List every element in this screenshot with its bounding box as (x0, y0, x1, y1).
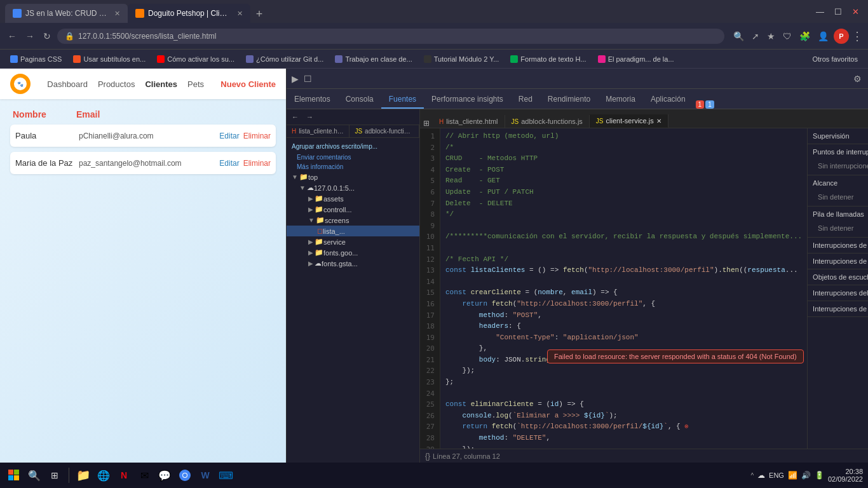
code-tab-adblock[interactable]: JS adblock-functions.js (505, 115, 590, 128)
taskbar-search[interactable]: 🔍 (25, 466, 43, 484)
account-icon[interactable]: 👤 (815, 29, 831, 44)
scope-header[interactable]: Alcance ▼ (808, 175, 868, 191)
bookmark-tutorial[interactable]: Tutorial Módulo 2 Y... (419, 54, 505, 64)
code-tab-lista[interactable]: H lista_cliente.html (433, 115, 505, 128)
start-button[interactable] (5, 466, 23, 484)
star-icon[interactable]: ★ (764, 29, 778, 44)
tree-more-info[interactable]: Más información (287, 162, 419, 172)
files-tab-adblock[interactable]: JS adblock-functions.js (349, 125, 419, 137)
tree-service[interactable]: ▶ 📁 service (287, 236, 419, 247)
tree-group-header[interactable]: Agrupar archivos escrito/imp... (287, 140, 419, 152)
code-tab-close-3[interactable]: ✕ (656, 118, 661, 125)
tab-memoria[interactable]: Memoria (598, 91, 643, 109)
taskbar-word[interactable]: W (196, 466, 214, 484)
bookmark-more[interactable]: Otros favoritos (807, 54, 863, 64)
html-icon: H (292, 128, 296, 135)
bookmark-activar[interactable]: Cómo activar los su... (152, 54, 240, 64)
exceptions-header[interactable]: Interrupciones de los incumplimientos ▶ (808, 301, 868, 316)
nav-dashboard[interactable]: Dashboard (47, 79, 88, 89)
tab2-close[interactable]: ✕ (237, 10, 243, 18)
cloud-systray-icon[interactable]: ☁ (757, 471, 765, 480)
bookmark-git[interactable]: ¿Cómo utilizar Git d... (241, 54, 329, 64)
search-icon[interactable]: 🔍 (731, 29, 747, 44)
wifi-icon[interactable]: 📶 (788, 471, 797, 480)
sidebar-toggle[interactable]: ⊞ (420, 119, 433, 128)
tree-top-folder[interactable]: ▼ 📁 top (287, 172, 419, 182)
breakpoints-header[interactable]: Puntos de interrupción ▼ (808, 144, 868, 159)
listener-header[interactable]: Interrupciones del objeto de escucha ▶ (808, 285, 868, 301)
row2-edit-button[interactable]: Editar (219, 159, 239, 168)
bookmark-formato[interactable]: Formato de texto H... (505, 54, 591, 64)
main-content: 🐾 Dashboard Productos Clientes Pets Nuev… (0, 69, 868, 463)
browser-tab-1[interactable]: JS en la Web: CRUD con JavaScri... ✕ (5, 4, 128, 23)
nav-productos[interactable]: Productos (98, 79, 135, 89)
new-tab-button[interactable]: + (250, 5, 268, 23)
tab-red[interactable]: Red (511, 91, 540, 109)
puzzle-icon[interactable]: 🧩 (797, 29, 813, 44)
row2-delete-button[interactable]: Eliminar (243, 159, 271, 168)
inspect-icon[interactable]: ▶ (289, 71, 301, 86)
files-tab-lista[interactable]: H lista_cliente.html (287, 125, 349, 137)
taskbar-chrome[interactable] (176, 466, 194, 484)
row1-edit-button[interactable]: Editar (219, 132, 239, 140)
maximize-button[interactable]: ☐ (831, 6, 846, 18)
tree-fonts-gsta[interactable]: ▶ ☁ fonts.gsta... (287, 258, 419, 269)
tab-fuentes[interactable]: Fuentes (381, 91, 424, 109)
row1-delete-button[interactable]: Eliminar (243, 132, 271, 140)
taskbar-netflix[interactable]: N (115, 466, 133, 484)
devtools-more[interactable]: ⋮ (864, 71, 868, 86)
share-icon[interactable]: ➚ (749, 29, 762, 44)
browser-tab-2[interactable]: Doguito Petshop | Clientes ✕ (128, 4, 250, 23)
file-tree-back[interactable]: ← (289, 112, 301, 122)
systray-chevron[interactable]: ^ (750, 472, 754, 479)
xhr-header[interactable]: Interrupciones de recuperación/XHR ▶ (808, 238, 868, 253)
dom-header[interactable]: Interrupciones de DOM ▶ (808, 254, 868, 269)
taskbar-vscode[interactable]: ⌨ (217, 466, 234, 484)
bookmark-trabajo[interactable]: Trabajo en clase de... (330, 54, 417, 64)
shield-icon[interactable]: 🛡 (780, 29, 794, 44)
back-button[interactable]: ← (5, 29, 19, 44)
code-tab-client[interactable]: JS client-service.js ✕ (590, 114, 668, 128)
tree-screens[interactable]: ▼ 📁 screens (287, 215, 419, 226)
tree-localhost[interactable]: ▼ ☁ 127.0.0.1:5... (287, 182, 419, 193)
tree-lista-html[interactable]: ◻ lista_... (287, 226, 419, 236)
url-bar[interactable]: 🔒 127.0.0.1:5500/screens/lista_cliente.h… (57, 29, 724, 44)
battery-icon[interactable]: 🔋 (815, 471, 824, 480)
tree-controllers[interactable]: ▶ 📁 controll... (287, 204, 419, 215)
forward-button[interactable]: → (23, 29, 37, 44)
tab-elementos[interactable]: Elementos (287, 91, 338, 109)
tab-aplicacion[interactable]: Aplicación (643, 91, 693, 109)
taskbar-explorer[interactable]: 📁 (74, 466, 92, 484)
new-client-button[interactable]: Nuevo Cliente (220, 79, 276, 89)
taskbar-edge[interactable]: 🌐 (95, 466, 112, 484)
tab-consola[interactable]: Consola (338, 91, 381, 109)
volume-icon[interactable]: 🔊 (801, 471, 811, 480)
scope-label: Alcance (813, 179, 837, 187)
settings-icon[interactable]: ⚙ (851, 71, 864, 86)
close-button[interactable]: ✕ (848, 6, 863, 18)
file-tree-forward[interactable]: → (304, 112, 316, 122)
tree-assets[interactable]: ▶ 📁 assets (287, 193, 419, 204)
tab-performance[interactable]: Performance insights (424, 91, 511, 109)
taskbar-mail[interactable]: ✉ (135, 466, 153, 484)
code-content[interactable]: 12345 678910 1112131415 1617181920 21222… (420, 128, 807, 449)
reload-button[interactable]: ↻ (41, 29, 53, 44)
supervision-header[interactable]: Supervisión ▶ (808, 128, 868, 144)
bookmark-subtitulos[interactable]: Usar subtítulos en... (68, 54, 151, 64)
minimize-button[interactable]: ― (812, 6, 828, 18)
profile-avatar[interactable]: P (834, 29, 849, 44)
tab-rendimiento[interactable]: Rendimiento (540, 91, 598, 109)
callstack-header[interactable]: Pila de llamadas ▼ (808, 207, 868, 222)
global-header[interactable]: Objetos de escucha globales ▶ (808, 269, 868, 285)
tree-fonts-goo[interactable]: ▶ 📁 fonts.goo... (287, 247, 419, 258)
tree-send-comments[interactable]: Enviar comentarios (287, 152, 419, 162)
tab1-close[interactable]: ✕ (114, 10, 120, 18)
nav-clientes[interactable]: Clientes (145, 79, 177, 89)
device-icon[interactable]: ☐ (301, 71, 315, 86)
taskbar-whatsapp[interactable]: 💬 (156, 466, 173, 484)
taskbar-taskview[interactable]: ⊞ (46, 466, 64, 484)
nav-pets[interactable]: Pets (187, 79, 204, 89)
bookmark-paradigm[interactable]: El paradigm... de la... (593, 54, 679, 64)
bookmark-paginas-css[interactable]: Paginas CSS (5, 54, 67, 64)
menu-button[interactable]: ⋮ (851, 29, 863, 43)
